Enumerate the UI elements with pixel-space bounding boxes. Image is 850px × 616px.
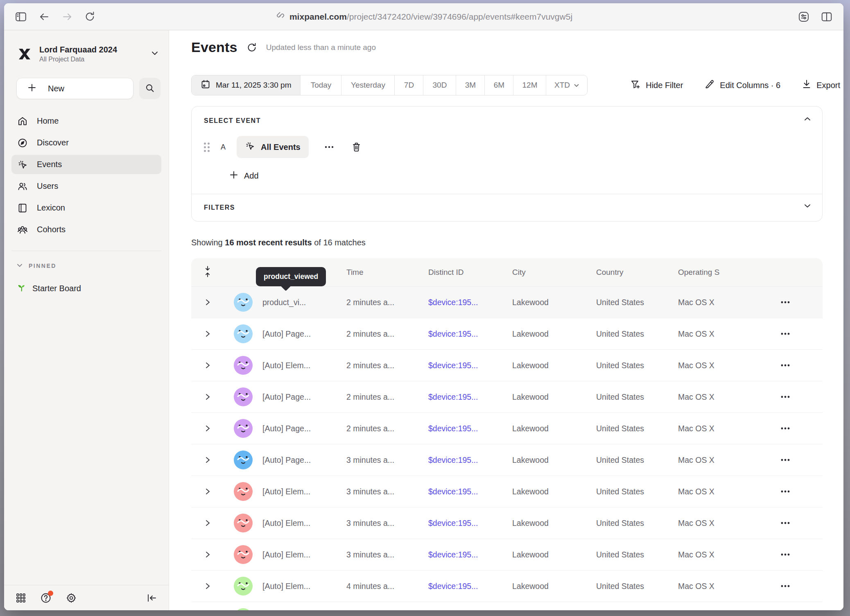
preset-12m[interactable]: 12M (513, 75, 546, 95)
trash-icon[interactable] (351, 142, 362, 152)
expand-row-icon[interactable] (205, 456, 210, 464)
column-header-distinct-id[interactable]: Distinct ID (428, 268, 512, 277)
row-more-icon[interactable] (780, 521, 823, 525)
add-event-button[interactable]: Add (229, 170, 259, 181)
page-settings-icon[interactable] (798, 11, 810, 23)
event-selector-chip[interactable]: All Events (237, 136, 309, 158)
select-event-label: SELECT EVENT (204, 117, 810, 125)
sidebar-item-discover[interactable]: Discover (11, 133, 161, 152)
search-button[interactable] (139, 78, 161, 99)
url-bar[interactable]: mixpanel.com/project/3472420/view/397469… (275, 11, 572, 23)
cell-distinct-id[interactable]: $device:195... (428, 550, 512, 559)
table-row[interactable]: [Auto] Elem... 3 minutes a... $device:19… (191, 507, 823, 539)
cell-distinct-id[interactable]: $device:195... (428, 424, 512, 433)
table-row[interactable]: product_vi... 2 minutes a... $device:195… (191, 287, 823, 318)
expand-row-icon[interactable] (205, 330, 210, 338)
table-row[interactable]: [Auto] Page... 2 minutes a... $device:19… (191, 413, 823, 444)
row-more-icon[interactable] (780, 489, 823, 494)
column-header-city[interactable]: City (512, 268, 596, 277)
collapse-rows-icon[interactable] (204, 265, 211, 279)
table-row[interactable] (191, 602, 823, 610)
cell-distinct-id[interactable]: $device:195... (428, 582, 512, 591)
table-row[interactable]: [Auto] Page... 3 minutes a... $device:19… (191, 444, 823, 476)
cell-distinct-id[interactable]: $device:195... (428, 392, 512, 402)
apps-grid-icon[interactable] (16, 593, 26, 603)
row-more-icon[interactable] (780, 395, 823, 399)
back-icon[interactable] (38, 12, 50, 22)
column-header-time[interactable]: Time (346, 268, 428, 277)
pinned-section-header[interactable]: PINNED (16, 263, 161, 269)
row-more-icon[interactable] (780, 584, 823, 588)
row-more-icon[interactable] (780, 553, 823, 557)
gear-icon[interactable] (66, 592, 77, 604)
forward-icon[interactable] (61, 12, 73, 22)
hide-filter-button[interactable]: Hide Filter (630, 79, 683, 92)
row-more-icon[interactable] (780, 300, 823, 304)
clause-more-icon[interactable] (324, 145, 334, 149)
sidebar-item-home[interactable]: Home (11, 111, 161, 131)
row-more-icon[interactable] (780, 458, 823, 462)
cell-distinct-id[interactable]: $device:195... (428, 361, 512, 370)
cell-time: 2 minutes a... (346, 424, 428, 433)
column-header-os[interactable]: Operating S (678, 268, 770, 277)
table-row[interactable]: [Auto] Elem... 4 minutes a... $device:19… (191, 571, 823, 602)
sidebar-item-lexicon[interactable]: Lexicon (11, 198, 161, 217)
row-more-icon[interactable] (780, 426, 823, 430)
expand-row-icon[interactable] (205, 487, 210, 496)
export-label: Export (816, 81, 840, 90)
table-row[interactable]: [Auto] Page... 2 minutes a... $device:19… (191, 381, 823, 413)
workspace-selector[interactable]: Lord Farquaad 2024 All Project Data (16, 45, 159, 63)
cell-distinct-id[interactable]: $device:195... (428, 519, 512, 528)
preset-3m[interactable]: 3M (456, 75, 485, 95)
drag-handle[interactable] (204, 143, 210, 152)
chevron-up-icon[interactable] (803, 116, 812, 123)
date-picker-current[interactable]: Mar 11, 2025 3:30 pm (192, 75, 301, 95)
table-row[interactable]: [Auto] Elem... 2 minutes a... $device:19… (191, 350, 823, 381)
row-more-icon[interactable] (780, 332, 823, 336)
reload-icon[interactable] (84, 11, 95, 22)
sidebar-item-users[interactable]: Users (11, 177, 161, 196)
hide-filter-label: Hide Filter (646, 81, 683, 90)
sidebar-item-label: Events (37, 160, 62, 169)
new-button[interactable]: New (16, 78, 133, 99)
cell-distinct-id[interactable]: $device:195... (428, 298, 512, 307)
preset-yesterday[interactable]: Yesterday (341, 75, 395, 95)
preset-30d[interactable]: 30D (423, 75, 456, 95)
expand-row-icon[interactable] (205, 424, 210, 433)
sidebar-item-cohorts[interactable]: Cohorts (11, 220, 161, 239)
refresh-icon[interactable] (246, 42, 257, 53)
preset-today[interactable]: Today (301, 75, 341, 95)
expand-row-icon[interactable] (205, 361, 210, 369)
edit-columns-button[interactable]: Edit Columns · 6 (704, 79, 780, 92)
cell-distinct-id[interactable]: $device:195... (428, 329, 512, 339)
cell-os: Mac OS X (678, 582, 770, 591)
expand-row-icon[interactable] (205, 393, 210, 401)
cell-distinct-id[interactable]: $device:195... (428, 455, 512, 465)
event-tooltip: product_viewed (256, 267, 326, 286)
preset-7d[interactable]: 7D (395, 75, 423, 95)
cell-os: Mac OS X (678, 550, 770, 559)
preset-6m[interactable]: 6M (485, 75, 513, 95)
preset-label: 6M (494, 81, 504, 90)
split-view-icon[interactable] (821, 11, 833, 23)
collapse-sidebar-icon[interactable] (146, 593, 157, 603)
expand-row-icon[interactable] (205, 519, 210, 527)
table-row[interactable]: [Auto] Page... 2 minutes a... $device:19… (191, 318, 823, 350)
expand-row-icon[interactable] (205, 298, 210, 306)
cell-event-name: [Auto] Elem... (262, 519, 346, 528)
sidebar-item-events[interactable]: Events (11, 155, 161, 174)
expand-row-icon[interactable] (205, 582, 210, 590)
cell-distinct-id[interactable]: $device:195... (428, 487, 512, 496)
chevron-down-icon[interactable] (803, 203, 812, 210)
export-button[interactable]: Export (802, 79, 840, 92)
table-row[interactable]: [Auto] Elem... 3 minutes a... $device:19… (191, 539, 823, 571)
expand-row-icon[interactable] (205, 550, 210, 559)
preset-xtd[interactable]: XTD (546, 75, 587, 95)
column-header-country[interactable]: Country (596, 268, 678, 277)
cell-country: United States (596, 455, 678, 465)
help-icon[interactable] (40, 592, 52, 604)
browser-sidebar-toggle-icon[interactable] (15, 11, 27, 23)
sidebar-item-starter-board[interactable]: Starter Board (16, 282, 161, 295)
table-row[interactable]: [Auto] Elem... 3 minutes a... $device:19… (191, 476, 823, 507)
row-more-icon[interactable] (780, 363, 823, 367)
